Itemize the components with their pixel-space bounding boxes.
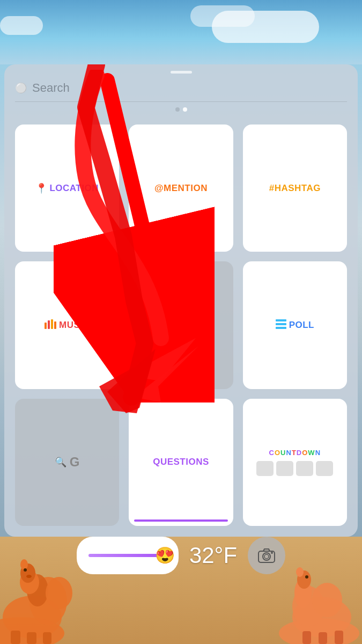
pagination-dots	[4, 107, 358, 112]
svg-point-12	[26, 575, 32, 578]
panel-handle[interactable]	[171, 71, 192, 74]
svg-rect-19	[302, 631, 311, 644]
countdown-digit-boxes	[256, 461, 333, 476]
svg-rect-33	[51, 319, 53, 329]
hashtag-label: #HASHTAG	[269, 183, 321, 194]
countdown-n: N	[286, 449, 292, 457]
countdown-box-3	[296, 461, 313, 476]
search-placeholder-text: Search	[32, 81, 70, 95]
sticker-location[interactable]: 📍 LOCATION	[15, 125, 119, 252]
countdown-t: T	[292, 449, 297, 457]
sticker-panel: ⚪ Search 📍 LOCATION @MENTION #HASHTAG	[4, 64, 358, 537]
sticker-countdown[interactable]: COUNTDOWN	[243, 399, 347, 526]
svg-point-40	[264, 554, 269, 559]
svg-rect-35	[276, 319, 286, 321]
location-label: LOCATION	[49, 183, 99, 194]
sticker-search-g[interactable]: 🔍 G	[15, 399, 119, 526]
temperature-sticker[interactable]: 32°F	[189, 543, 237, 568]
mention-label: @MENTION	[154, 183, 208, 194]
svg-rect-32	[48, 320, 50, 329]
countdown-label: COUNTDOWN	[269, 449, 321, 457]
search-g-icon: 🔍	[55, 456, 67, 468]
dot-2	[183, 107, 187, 112]
svg-rect-7	[43, 632, 51, 644]
music-label: MUSIC	[59, 320, 90, 331]
svg-rect-36	[276, 323, 286, 325]
countdown-box-4	[316, 461, 333, 476]
questions-underline	[134, 519, 227, 522]
countdown-o2: O	[302, 449, 308, 457]
sticker-questions[interactable]: QUESTIONS	[129, 399, 233, 526]
slider-track[interactable]: 😍	[88, 554, 167, 557]
countdown-box-1	[256, 461, 274, 476]
emoji-slider-sticker[interactable]: 😍	[77, 537, 179, 574]
camera-icon	[258, 548, 275, 563]
svg-point-41	[271, 552, 273, 554]
countdown-box-2	[276, 461, 293, 476]
svg-point-16	[312, 583, 342, 617]
camel-right-icon	[271, 564, 362, 644]
svg-rect-17	[335, 631, 343, 644]
sticker-hashtag[interactable]: #HASHTAG	[243, 125, 347, 252]
sky	[0, 0, 362, 64]
svg-rect-31	[45, 323, 47, 329]
date-label: Jan 10, 2019	[152, 319, 209, 331]
poll-label: POLL	[289, 320, 314, 331]
bottom-bar: 😍 32°F	[0, 537, 362, 574]
svg-point-39	[263, 553, 270, 560]
svg-rect-37	[276, 327, 286, 329]
music-bars-icon	[45, 318, 56, 332]
location-pin-icon: 📍	[35, 182, 47, 194]
countdown-n2: N	[315, 449, 321, 457]
countdown-u: U	[280, 449, 286, 457]
cloud	[190, 5, 255, 27]
svg-rect-34	[54, 321, 56, 329]
svg-rect-18	[319, 632, 327, 644]
svg-point-4	[46, 577, 72, 609]
sticker-poll[interactable]: POLL	[243, 261, 347, 389]
google-g-label: G	[70, 455, 80, 470]
dot-1	[175, 107, 180, 112]
svg-point-23	[305, 575, 308, 579]
sticker-music[interactable]: MUSIC	[15, 261, 119, 389]
search-icon: ⚪	[15, 82, 27, 94]
countdown-d: D	[297, 449, 302, 457]
camera-button[interactable]	[248, 537, 285, 574]
countdown-c: C	[269, 449, 275, 457]
svg-rect-5	[11, 631, 20, 644]
svg-rect-6	[27, 632, 36, 644]
sticker-date[interactable]: Jan 10, 2019	[129, 261, 233, 389]
sticker-grid: 📍 LOCATION @MENTION #HASHTAG MUSIC	[4, 125, 358, 526]
questions-label: QUESTIONS	[153, 457, 209, 467]
search-bar[interactable]: ⚪ Search	[15, 81, 347, 102]
sticker-mention[interactable]: @MENTION	[129, 125, 233, 252]
poll-lines-icon	[276, 319, 286, 331]
countdown-w: W	[308, 449, 315, 457]
countdown-o: O	[275, 449, 280, 457]
slider-emoji: 😍	[155, 546, 175, 565]
cloud	[0, 16, 43, 35]
